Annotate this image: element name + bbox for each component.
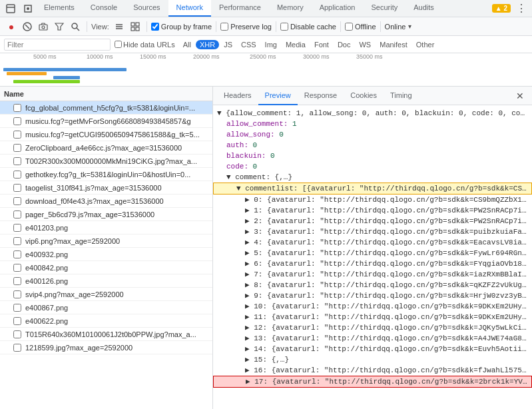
- network-row[interactable]: musicu.fcg?=getCUGI95006509475861588&g_t…: [0, 128, 212, 141]
- preserve-log-checkbox[interactable]: [220, 23, 228, 31]
- json-line[interactable]: ▼ comment: {,…}: [213, 172, 532, 183]
- row-checkbox[interactable]: [13, 197, 21, 205]
- json-line[interactable]: ▶ 0: {avatarurl: "http://thirdqq.qlogo.c…: [213, 195, 532, 205]
- network-row[interactable]: pager_5b6cd79.js?max_age=31536000: [0, 208, 212, 221]
- tab-elements[interactable]: Elements: [36, 0, 83, 17]
- tab-memory[interactable]: Memory: [269, 0, 312, 17]
- dock-icon[interactable]: [3, 1, 19, 17]
- json-line[interactable]: ▶ 10: {avatarurl: "http://thirdqq.qlogo.…: [213, 301, 532, 312]
- network-row[interactable]: musicu.fcg?=getMvForSong6668089493845857…: [0, 115, 212, 128]
- tab-performance[interactable]: Performance: [211, 0, 269, 17]
- filter-doc-button[interactable]: Doc: [334, 40, 355, 49]
- filter-media-button[interactable]: Media: [282, 40, 310, 49]
- json-line[interactable]: ▼ commentlist: [{avatarurl: "http://thir…: [213, 183, 532, 195]
- clear-button[interactable]: [20, 19, 35, 34]
- row-checkbox[interactable]: [13, 117, 21, 125]
- row-checkbox[interactable]: [13, 157, 21, 165]
- json-line[interactable]: ▶ 15: {,…}: [213, 354, 532, 365]
- filter-img-button[interactable]: Img: [261, 40, 281, 49]
- filter-manifest-button[interactable]: Manifest: [376, 40, 411, 49]
- network-row[interactable]: 1218599.jpg?max_age=2592000: [0, 341, 212, 354]
- tab-audits[interactable]: Audits: [405, 0, 442, 17]
- json-line[interactable]: code: 0: [213, 161, 532, 172]
- warning-badge[interactable]: ▲ 2: [492, 4, 511, 13]
- tab-security[interactable]: Security: [363, 0, 405, 17]
- network-row[interactable]: ZeroClipboard_a4e66cc.js?max_age=3153600…: [0, 141, 212, 155]
- json-line[interactable]: ▼ {allow_comment: 1, allow_song: 0, auth…: [213, 108, 532, 119]
- json-line[interactable]: ▶ 1: {avatarurl: "http://thirdqq.qlogo.c…: [213, 205, 532, 216]
- network-row[interactable]: e400126.png: [0, 274, 212, 288]
- group-by-frame-checkbox[interactable]: [151, 23, 159, 31]
- row-checkbox[interactable]: [13, 344, 21, 352]
- json-line[interactable]: ▶ 6: {avatarurl: "http://thirdqq.qlogo.c…: [213, 258, 532, 269]
- network-row[interactable]: svip4.png?max_age=2592000: [0, 288, 212, 301]
- network-row[interactable]: e400867.png: [0, 301, 212, 314]
- network-row[interactable]: taogelist_310f841.js?max_age=31536000: [0, 181, 212, 195]
- network-row[interactable]: e400622.png: [0, 314, 212, 328]
- json-line[interactable]: allow_comment: 1: [213, 119, 532, 129]
- row-checkbox[interactable]: [13, 277, 21, 285]
- filter-ws-button[interactable]: WS: [355, 40, 375, 49]
- json-line[interactable]: ▶ 12: {avatarurl: "http://thirdqq.qlogo.…: [213, 322, 532, 333]
- tab-application[interactable]: Application: [312, 0, 364, 17]
- filter-other-button[interactable]: Other: [412, 40, 439, 49]
- detail-tab-cookies[interactable]: Cookies: [344, 87, 384, 105]
- row-checkbox[interactable]: [13, 171, 21, 179]
- json-line[interactable]: ▶ 8: {avatarurl: "http://thirdqq.qlogo.c…: [213, 280, 532, 290]
- filter-font-button[interactable]: Font: [310, 40, 333, 49]
- network-dropdown-icon[interactable]: ▾: [408, 23, 411, 30]
- list-view-button[interactable]: [112, 19, 127, 34]
- json-line[interactable]: ▶ 5: {avatarurl: "http://thirdqq.qlogo.c…: [213, 248, 532, 258]
- search-button[interactable]: [68, 19, 83, 34]
- json-line[interactable]: ▶ 4: {avatarurl: "http://thirdqq.qlogo.c…: [213, 237, 532, 248]
- detail-tab-headers[interactable]: Headers: [217, 87, 258, 105]
- json-line[interactable]: ▶ 17: {avatarurl: "http://thirdqq.qlogo.…: [213, 376, 532, 388]
- network-row[interactable]: T015R640x360M10100061J2t0b0PPW.jpg?max_a…: [0, 328, 212, 341]
- tab-console[interactable]: Console: [83, 0, 125, 17]
- row-checkbox[interactable]: [13, 144, 21, 152]
- network-row[interactable]: e400842.png: [0, 261, 212, 274]
- json-line[interactable]: ▶ 2: {avatarurl: "http://thirdqq.qlogo.c…: [213, 216, 532, 226]
- tab-sources[interactable]: Sources: [125, 0, 168, 17]
- row-checkbox[interactable]: [13, 304, 21, 312]
- network-row[interactable]: fcg_global_comment_h5cfg?g_tk=5381&login…: [0, 101, 212, 115]
- row-checkbox[interactable]: [13, 131, 21, 139]
- filter-button[interactable]: [52, 19, 67, 34]
- row-checkbox[interactable]: [13, 330, 21, 338]
- record-button[interactable]: ●: [4, 19, 19, 34]
- more-menu-icon[interactable]: ⋮: [513, 1, 529, 17]
- network-row[interactable]: download_f0f4e43.js?max_age=31536000: [0, 195, 212, 208]
- json-line[interactable]: allow_song: 0: [213, 129, 532, 140]
- json-line[interactable]: ▶ 13: {avatarurl: "http://thirdqq.qlogo.…: [213, 333, 532, 344]
- row-checkbox[interactable]: [13, 250, 21, 258]
- row-checkbox[interactable]: [13, 264, 21, 272]
- camera-button[interactable]: [36, 19, 51, 34]
- network-row[interactable]: e401203.png: [0, 221, 212, 234]
- tab-network[interactable]: Network: [168, 0, 211, 17]
- filter-css-button[interactable]: CSS: [237, 40, 260, 49]
- row-checkbox[interactable]: [13, 237, 21, 245]
- row-checkbox[interactable]: [13, 290, 21, 298]
- json-line[interactable]: ▶ 14: {avatarurl: "http://thirdqq.qlogo.…: [213, 344, 532, 354]
- json-line[interactable]: auth: 0: [213, 140, 532, 151]
- filter-input[interactable]: [4, 39, 111, 51]
- inspect-icon[interactable]: [20, 1, 36, 17]
- json-line[interactable]: ▶ 16: {avatarurl: "http://thirdqq.qlogo.…: [213, 365, 532, 376]
- row-checkbox[interactable]: [13, 210, 21, 218]
- network-row[interactable]: vip6.png?max_age=2592000: [0, 234, 212, 248]
- network-row[interactable]: T002R300x300M000000MkMni19CiKG.jpg?max_a…: [0, 155, 212, 168]
- json-line[interactable]: ▶ 9: {avatarurl: "http://thirdqq.qlogo.c…: [213, 290, 532, 301]
- grid-view-button[interactable]: [128, 19, 142, 34]
- row-checkbox[interactable]: [13, 104, 21, 112]
- json-line[interactable]: ▶ 11: {avatarurl: "http://thirdqq.qlogo.…: [213, 312, 532, 322]
- json-line[interactable]: ▶ 7: {avatarurl: "http://thirdqq.qlogo.c…: [213, 269, 532, 280]
- row-checkbox[interactable]: [13, 184, 21, 192]
- detail-tab-response[interactable]: Response: [298, 87, 344, 105]
- filter-xhr-button[interactable]: XHR: [196, 40, 219, 49]
- filter-all-button[interactable]: All: [179, 40, 195, 49]
- row-checkbox[interactable]: [13, 224, 21, 232]
- disable-cache-checkbox[interactable]: [280, 23, 288, 31]
- detail-tab-preview[interactable]: Preview: [258, 87, 298, 105]
- detail-panel-close-button[interactable]: ✕: [512, 91, 528, 101]
- row-checkbox[interactable]: [13, 317, 21, 325]
